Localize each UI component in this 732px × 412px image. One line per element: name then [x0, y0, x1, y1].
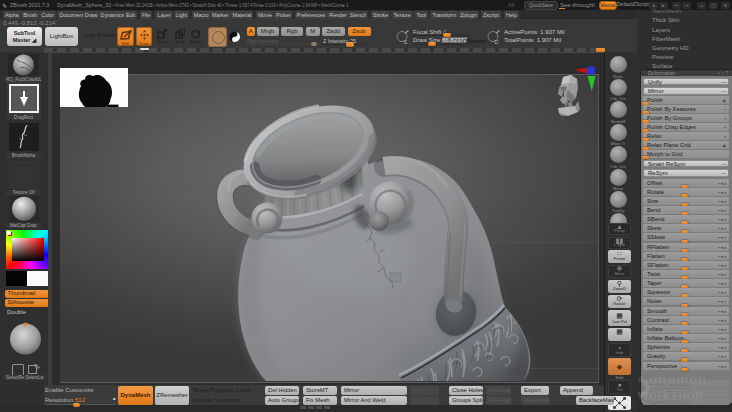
svg-text:D: D	[494, 39, 498, 45]
svg-text:S: S	[404, 39, 408, 45]
